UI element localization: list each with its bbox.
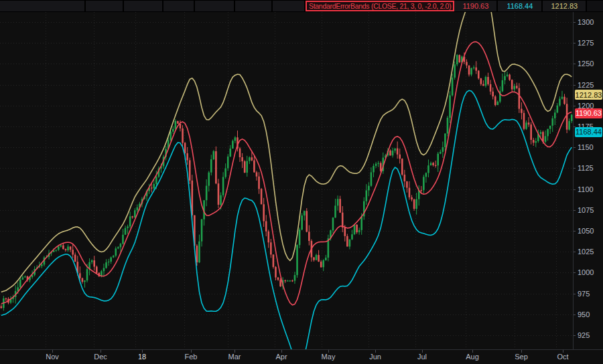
price-tick-mark (574, 231, 576, 232)
legend-empty-cell[interactable] (124, 1, 163, 11)
price-tick-label: 1150 (578, 143, 594, 151)
price-tick-label: 1100 (578, 185, 594, 193)
time-tick-label: Sep (515, 353, 528, 361)
time-tick-label: Mar (228, 353, 241, 361)
middle-band-badge: 1190.63 (575, 108, 602, 118)
time-tick-label: Feb (185, 353, 198, 361)
time-tick-label: Aug (466, 353, 479, 361)
upper-band-badge: 1212.83 (575, 90, 602, 100)
indicator-lower-readout: 1168.44 (498, 1, 543, 11)
time-tick-label: May (322, 353, 336, 361)
price-tick-label: 1050 (578, 227, 594, 235)
time-tick-label: Nov (46, 353, 59, 361)
lower-band-readout: 1168.44 (507, 2, 533, 10)
price-tick-mark (574, 22, 576, 23)
price-tick-mark (574, 43, 576, 43)
price-tick-mark (574, 85, 576, 86)
indicator-upper-readout: 1212.83 (543, 1, 587, 11)
price-tick-mark (574, 294, 576, 294)
price-tick-label: 925 (578, 331, 590, 339)
price-tick-label: 1025 (578, 248, 594, 256)
legend-empty-cell[interactable] (0, 1, 86, 11)
indicator-label: StandardErrorBands (CLOSE, 21, 3, 0, -2.… (309, 2, 451, 10)
time-tick-label: Oct (557, 353, 568, 361)
price-axis[interactable]: 1300127512501225120011751150112511001075… (573, 12, 603, 349)
price-tick-mark (574, 106, 576, 106)
price-tick-mark (574, 168, 576, 169)
time-tick-label: Jun (369, 353, 381, 361)
price-tick-mark (574, 64, 576, 64)
legend-empty-cell[interactable] (163, 1, 195, 11)
price-tick-mark (574, 252, 576, 252)
legend-bar-filler (587, 1, 603, 11)
price-tick-mark (574, 272, 576, 273)
lower-band-badge: 1168.44 (575, 127, 602, 137)
price-tick-label: 1000 (578, 268, 594, 276)
upper-band-readout: 1212.83 (551, 2, 578, 10)
price-tick-label: 950 (578, 310, 590, 318)
legend-empty-cell[interactable] (86, 1, 124, 11)
legend-empty-cell[interactable] (273, 1, 306, 11)
price-tick-label: 975 (578, 290, 590, 298)
time-tick-label: 18 (138, 353, 146, 361)
indicator-legend[interactable]: StandardErrorBands (CLOSE, 21, 3, 0, -2.… (306, 1, 454, 11)
indicator-middle-readout: 1190.63 (454, 1, 498, 11)
price-tick-label: 1225 (578, 81, 594, 89)
price-tick-mark (574, 210, 576, 211)
chart-pane: 1300127512501225120011751150112511001075… (0, 12, 603, 349)
time-tick-label: Dec (94, 353, 107, 361)
legend-empty-cell[interactable] (235, 1, 273, 11)
price-tick-label: 1250 (578, 60, 594, 68)
time-tick-label: Jul (417, 353, 427, 361)
price-tick-mark (574, 335, 576, 336)
legend-empty-cell[interactable] (195, 1, 235, 11)
price-chart-canvas[interactable] (0, 12, 573, 349)
price-tick-label: 1075 (578, 206, 594, 214)
price-tick-mark (574, 314, 576, 315)
middle-band-readout: 1190.63 (462, 2, 488, 10)
price-tick-mark (574, 147, 576, 148)
price-tick-label: 1125 (578, 164, 594, 172)
legend-bar: StandardErrorBands (CLOSE, 21, 3, 0, -2.… (0, 0, 603, 12)
time-tick-label: Apr (275, 353, 287, 361)
time-axis[interactable]: NovDec18FebMarAprMayJunJulAugSepOct (0, 349, 603, 364)
price-tick-label: 1275 (578, 39, 594, 47)
price-tick-label: 1300 (578, 18, 594, 26)
price-tick-mark (574, 189, 576, 190)
